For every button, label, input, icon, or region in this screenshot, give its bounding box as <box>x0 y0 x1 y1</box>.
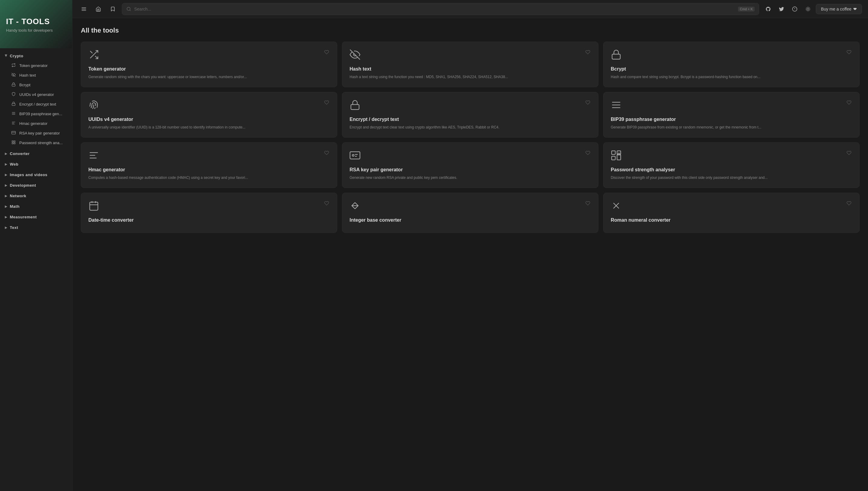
favorite-button-encrypt-decrypt[interactable] <box>585 99 591 107</box>
nav-item-label-encrypt-decrypt: Encrypt / decrypt text <box>19 102 56 107</box>
home-button[interactable] <box>93 4 104 15</box>
tool-card-hash-text[interactable]: Hash textHash a text string using the fu… <box>342 41 598 87</box>
favorite-button-integer-base[interactable] <box>585 200 591 207</box>
svg-rect-44 <box>350 152 360 159</box>
svg-rect-50 <box>90 202 98 210</box>
nav-section-header-images-and-videos[interactable]: ▶Images and videos <box>0 170 72 179</box>
sidebar-item-uuids-v4[interactable]: UUIDs v4 generator <box>4 90 71 99</box>
tool-card-encrypt-decrypt[interactable]: Encrypt / decrypt textEncrypt and decryp… <box>342 92 598 138</box>
tool-card-uuids-v4[interactable]: UUIDs v4 generatorA universally unique i… <box>81 92 337 138</box>
section-label-web: Web <box>10 162 19 167</box>
tool-card-rsa-key[interactable]: RSA key pair generatorGenerate new rando… <box>342 142 598 188</box>
nav-item-icon-hmac <box>11 121 16 126</box>
tool-card-header-integer-base <box>350 200 591 213</box>
favorite-button-roman-numeral[interactable] <box>846 200 852 207</box>
svg-line-31 <box>809 7 810 7</box>
tool-card-header-date-time <box>88 200 330 213</box>
favorite-button-rsa-key[interactable] <box>585 150 591 157</box>
twitter-button[interactable] <box>776 4 787 15</box>
theme-icon <box>805 6 811 12</box>
svg-rect-47 <box>617 151 621 154</box>
menu-toggle-button[interactable] <box>79 4 89 15</box>
tool-card-header-bcrypt <box>611 49 852 61</box>
section-label-development: Development <box>10 183 36 187</box>
github-icon <box>765 6 771 12</box>
nav-item-label-hash-text: Hash text <box>19 73 36 78</box>
sidebar-item-hmac[interactable]: Hmac generator <box>4 119 71 128</box>
sidebar-item-bcrypt[interactable]: Bcrypt <box>4 80 71 90</box>
bookmark-button[interactable] <box>107 4 118 15</box>
svg-line-34 <box>90 51 93 53</box>
tool-name-uuids-v4: UUIDs v4 generator <box>88 117 330 122</box>
sidebar-nav: ▶CryptoToken generatorHash textBcryptUUI… <box>0 48 72 491</box>
sidebar-item-rsa-key[interactable]: RSA key pair generator <box>4 128 71 138</box>
info-button[interactable] <box>789 4 800 15</box>
nav-section-crypto: ▶CryptoToken generatorHash textBcryptUUI… <box>0 51 72 148</box>
tool-name-bcrypt: Bcrypt <box>611 66 852 72</box>
tool-card-header-bip39 <box>611 99 852 112</box>
nav-item-icon-password-strength <box>11 140 16 145</box>
tool-desc-password-strength: Discover the strength of your password w… <box>611 175 852 180</box>
favorite-button-bip39[interactable] <box>846 99 852 107</box>
search-icon <box>126 7 131 11</box>
tool-card-bip39[interactable]: BIP39 passphrase generatorGenerate BIP39… <box>603 92 860 138</box>
sidebar-item-encrypt-decrypt[interactable]: Encrypt / decrypt text <box>4 99 71 109</box>
tool-name-bip39: BIP39 passphrase generator <box>611 117 852 122</box>
search-input[interactable] <box>134 7 735 11</box>
buy-coffee-button[interactable]: Buy me a coffee ❤ <box>816 4 862 14</box>
nav-section-header-text[interactable]: ▶Text <box>0 223 72 232</box>
nav-section-header-measurement[interactable]: ▶Measurement <box>0 212 72 222</box>
favorite-button-token-generator[interactable] <box>324 49 330 56</box>
favorite-button-uuids-v4[interactable] <box>324 99 330 107</box>
favorite-button-hmac[interactable] <box>324 150 330 157</box>
page-title: All the tools <box>81 27 860 34</box>
search-bar: Cmd + K <box>122 3 759 15</box>
nav-item-icon-hash-text <box>11 73 16 78</box>
chevron-icon-development: ▶ <box>5 184 7 187</box>
tool-card-integer-base[interactable]: Integer base converter <box>342 193 598 233</box>
chevron-icon-measurement: ▶ <box>5 215 7 219</box>
nav-items-crypto: Token generatorHash textBcryptUUIDs v4 g… <box>0 61 72 147</box>
svg-rect-36 <box>612 54 620 59</box>
tool-card-header-token-generator <box>88 49 330 61</box>
tool-card-hmac[interactable]: Hmac generatorComputes a hash-based mess… <box>81 142 337 188</box>
sidebar-item-password-strength[interactable]: Password strength ana... <box>4 138 71 147</box>
tool-icon-integer-base <box>350 200 360 213</box>
favorite-button-hash-text[interactable] <box>585 49 591 56</box>
tool-card-roman-numeral[interactable]: Roman numeral converter <box>603 193 860 233</box>
sidebar-item-hash-text[interactable]: Hash text <box>4 70 71 80</box>
tool-card-password-strength[interactable]: Password strength analyserDiscover the s… <box>603 142 860 188</box>
nav-section-math: ▶Math <box>0 201 72 212</box>
nav-section-header-network[interactable]: ▶Network <box>0 191 72 201</box>
favorite-button-password-strength[interactable] <box>846 150 852 157</box>
nav-section-header-development[interactable]: ▶Development <box>0 181 72 190</box>
sidebar-item-token-generator[interactable]: Token generator <box>4 61 71 70</box>
tool-card-bcrypt[interactable]: BcryptHash and compare text string using… <box>603 41 860 87</box>
github-button[interactable] <box>763 4 774 15</box>
tool-icon-uuids-v4 <box>88 99 99 112</box>
tool-card-header-rsa-key <box>350 150 591 162</box>
theme-toggle-button[interactable] <box>803 4 813 15</box>
main-area: Cmd + K <box>73 0 868 491</box>
tool-icon-bip39 <box>611 99 621 112</box>
svg-rect-37 <box>351 105 359 110</box>
svg-rect-13 <box>12 143 13 144</box>
nav-section-header-crypto[interactable]: ▶Crypto <box>0 51 72 61</box>
nav-item-label-hmac: Hmac generator <box>19 121 47 126</box>
tool-card-date-time[interactable]: Date-time converter <box>81 193 337 233</box>
nav-section-header-math[interactable]: ▶Math <box>0 202 72 211</box>
topbar-right: Buy me a coffee ❤ <box>763 4 862 15</box>
sidebar-item-bip39[interactable]: BIP39 passphrase gen... <box>4 109 71 118</box>
favorite-button-date-time[interactable] <box>324 200 330 207</box>
tool-card-token-generator[interactable]: Token generatorGenerate random string wi… <box>81 41 337 87</box>
topbar: Cmd + K <box>73 0 868 18</box>
tool-icon-token-generator <box>88 49 99 61</box>
svg-line-26 <box>806 7 807 7</box>
tools-grid: Token generatorGenerate random string wi… <box>81 41 860 233</box>
nav-section-header-converter[interactable]: ▶Converter <box>0 149 72 158</box>
svg-rect-14 <box>14 143 15 144</box>
nav-section-header-web[interactable]: ▶Web <box>0 160 72 169</box>
favorite-button-bcrypt[interactable] <box>846 49 852 56</box>
tool-icon-bcrypt <box>611 49 621 61</box>
tool-icon-password-strength <box>611 150 621 162</box>
